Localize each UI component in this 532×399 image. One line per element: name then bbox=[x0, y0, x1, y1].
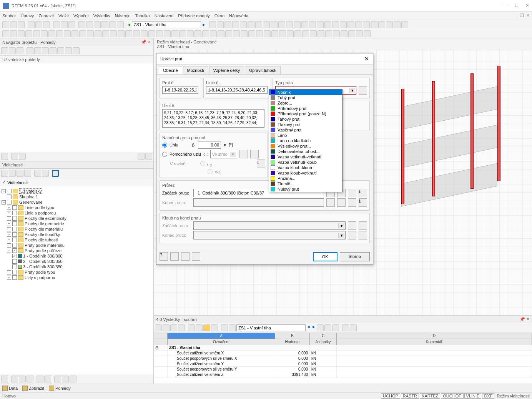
menu-tabulka[interactable]: Tabulka bbox=[135, 13, 150, 18]
tb-btn[interactable] bbox=[294, 21, 301, 28]
menu-upravy[interactable]: Úpravy bbox=[20, 13, 34, 18]
linie-input[interactable] bbox=[206, 86, 268, 94]
dropdown-item[interactable]: Vazba kloub-kloub bbox=[269, 165, 342, 170]
tb-btn[interactable] bbox=[355, 21, 362, 28]
mdi-minimize-icon[interactable]: — bbox=[514, 13, 518, 18]
tb-btn[interactable] bbox=[310, 30, 317, 37]
tree-expand-icon[interactable]: + bbox=[7, 233, 11, 237]
tb-btn[interactable] bbox=[325, 30, 332, 37]
vis-btn[interactable] bbox=[17, 170, 23, 177]
kloub-btn[interactable] bbox=[348, 231, 356, 239]
dropdown-item[interactable]: Pružina... bbox=[269, 176, 342, 181]
tb-btn[interactable] bbox=[271, 30, 278, 37]
tab-tuhosti[interactable]: Upravit tuhosti bbox=[245, 66, 280, 74]
tb-btn[interactable] bbox=[56, 30, 63, 37]
view-btn[interactable] bbox=[50, 47, 57, 54]
dropdown-item[interactable]: Nulový prut bbox=[269, 186, 342, 192]
tree-pruty-prurezu[interactable]: Pruty podle průřezu bbox=[25, 248, 62, 253]
dlg-help-icon[interactable]: ? bbox=[160, 252, 168, 261]
kloub-btn[interactable] bbox=[359, 231, 367, 239]
tb-btn[interactable] bbox=[118, 30, 125, 37]
tree-checkbox[interactable]: ✓ bbox=[12, 254, 17, 258]
res-tb-btn[interactable] bbox=[203, 324, 210, 331]
tb-btn[interactable] bbox=[348, 30, 355, 37]
tree-expand-icon[interactable]: + bbox=[7, 211, 11, 215]
tree-checkbox[interactable] bbox=[7, 189, 12, 193]
tb-btn[interactable] bbox=[264, 30, 271, 37]
tree-act-btn[interactable] bbox=[70, 376, 76, 382]
dropdown-item[interactable]: Tahový prut bbox=[269, 116, 342, 122]
tb-btn[interactable] bbox=[256, 30, 263, 37]
uv-btn[interactable] bbox=[19, 153, 26, 160]
tree-checkbox[interactable] bbox=[12, 264, 17, 269]
tb-btn[interactable] bbox=[141, 30, 148, 37]
view-btn[interactable] bbox=[73, 47, 80, 54]
vis-btn[interactable] bbox=[9, 170, 16, 177]
kloub-start-combo[interactable]: ▾ bbox=[193, 221, 346, 230]
tb-btn[interactable] bbox=[371, 21, 377, 28]
tree-checkbox[interactable] bbox=[7, 200, 12, 204]
tree-section[interactable]: 1 - Obdélník 300/300 bbox=[23, 254, 63, 258]
menu-okno[interactable]: Okno bbox=[214, 13, 224, 18]
tb-btn[interactable] bbox=[187, 30, 194, 37]
tb-btn[interactable] bbox=[386, 21, 393, 28]
maximize-button[interactable]: ☐ bbox=[515, 3, 519, 8]
tb-btn[interactable] bbox=[95, 30, 101, 37]
table-row[interactable]: Součet zatížení ve směru X0.000kN bbox=[154, 351, 532, 356]
tb-btn[interactable] bbox=[347, 21, 354, 28]
tb-btn[interactable] bbox=[217, 21, 224, 28]
tb-btn[interactable] bbox=[263, 21, 270, 28]
tree-expand-icon[interactable]: + bbox=[7, 227, 11, 231]
tb-btn[interactable] bbox=[378, 21, 385, 28]
res-tb-btn[interactable] bbox=[317, 324, 324, 331]
menu-moduly[interactable]: Přídavné moduly bbox=[178, 13, 210, 18]
tb-btn[interactable] bbox=[79, 30, 86, 37]
tb-btn[interactable] bbox=[333, 30, 340, 37]
tb-btn[interactable] bbox=[210, 30, 217, 37]
tab-pohledy[interactable]: Pohledy bbox=[49, 386, 71, 391]
prurez-btn[interactable] bbox=[348, 189, 356, 197]
tree-checkbox[interactable] bbox=[12, 259, 17, 264]
prut-input[interactable] bbox=[162, 86, 198, 94]
menu-nastroje[interactable]: Nástroje bbox=[115, 13, 131, 18]
tb-btn[interactable] bbox=[110, 30, 117, 37]
tree-act-btn[interactable] bbox=[1, 376, 8, 382]
tb-btn[interactable] bbox=[209, 21, 216, 28]
tb-btn[interactable] bbox=[179, 30, 186, 37]
pomoc-combo[interactable]: Ve střed▾ bbox=[210, 150, 237, 158]
tb-btn[interactable] bbox=[224, 21, 231, 28]
pick-node-btn[interactable] bbox=[239, 150, 248, 158]
tree-expand-icon[interactable]: − bbox=[7, 249, 11, 253]
tb-btn[interactable] bbox=[164, 30, 171, 37]
vis-btn-active[interactable] bbox=[52, 170, 59, 177]
view-btn[interactable] bbox=[57, 47, 64, 54]
tb-btn[interactable] bbox=[394, 21, 401, 28]
dropdown-item[interactable]: Žebro... bbox=[269, 100, 342, 106]
uv-btn[interactable] bbox=[11, 153, 18, 160]
combo-next-icon[interactable]: ► bbox=[202, 22, 206, 27]
tree-item[interactable]: Pruty podle typu bbox=[25, 270, 55, 274]
tree-act-btn[interactable] bbox=[37, 376, 43, 382]
tree-item[interactable]: Pruty podle materiálu bbox=[25, 243, 65, 248]
tb-btn[interactable] bbox=[102, 30, 109, 37]
tb-btn[interactable] bbox=[2, 30, 9, 37]
view-btn[interactable] bbox=[65, 47, 72, 54]
tree-expand-icon[interactable]: − bbox=[2, 189, 6, 193]
res-tb-btn[interactable] bbox=[221, 324, 228, 331]
tb-btn[interactable] bbox=[318, 30, 324, 37]
tree-item[interactable]: Linie s podporou bbox=[25, 211, 56, 215]
tree-checkbox[interactable] bbox=[12, 221, 17, 226]
tree-generated[interactable]: Generované bbox=[19, 200, 43, 204]
table-row[interactable]: Součet zatížení ve směru Y0.000kN bbox=[154, 361, 532, 367]
status-toggle[interactable]: VLINIE bbox=[464, 393, 482, 399]
tb-btn[interactable] bbox=[101, 21, 108, 28]
tree-expand-icon[interactable]: + bbox=[7, 243, 11, 248]
tb-btn[interactable] bbox=[364, 30, 371, 37]
tb-btn[interactable] bbox=[218, 30, 224, 37]
tb-btn[interactable] bbox=[241, 30, 248, 37]
tree-user[interactable]: Uživatelsky bbox=[19, 188, 43, 194]
tb-btn[interactable] bbox=[271, 21, 278, 28]
res-tb-btn[interactable] bbox=[324, 324, 331, 331]
kloub-btn[interactable] bbox=[348, 221, 356, 230]
table-row[interactable]: Součet zatížení ve směru Z-3391.430kN bbox=[154, 372, 532, 377]
